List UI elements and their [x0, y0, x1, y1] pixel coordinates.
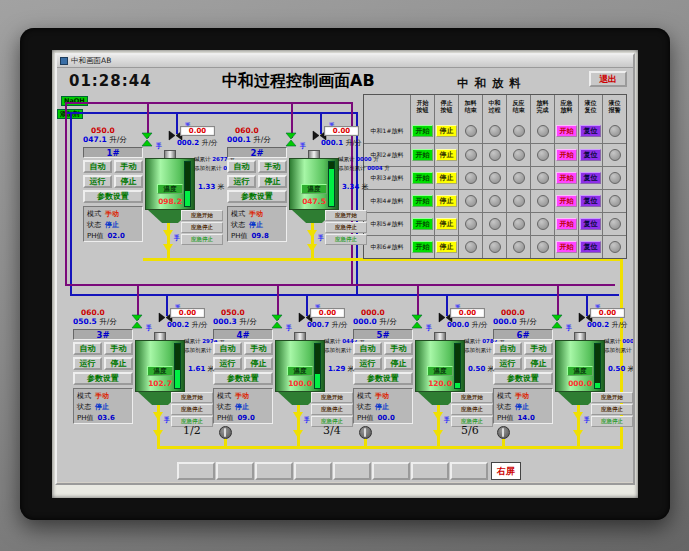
emergency-start-button[interactable]: 应急开始 [171, 392, 213, 403]
auto-button[interactable]: 自动 [493, 342, 522, 355]
run-button[interactable]: 运行 [227, 175, 256, 188]
run-button[interactable]: 运行 [213, 357, 242, 370]
alkali-flow-setpoint: 060.0 [81, 308, 105, 317]
stop-button[interactable]: 停止 [436, 172, 457, 184]
level-alarm-lamp [609, 218, 621, 230]
level-reset-button[interactable]: 复位 [580, 125, 601, 137]
open-valve-icon[interactable] [271, 314, 283, 329]
nav-button[interactable] [216, 462, 254, 480]
run-button[interactable]: 运行 [493, 357, 522, 370]
table-row: 中和5#放料 开始 停止 开始 复位 [364, 212, 626, 235]
parameter-settings-button[interactable]: 参数设置 [353, 372, 413, 385]
start-button[interactable]: 开始 [412, 241, 433, 253]
stop-button[interactable]: 停止 [436, 241, 457, 253]
emergency-stop-button[interactable]: 应急停止 [311, 404, 353, 415]
auto-button[interactable]: 自动 [227, 160, 256, 173]
parameter-settings-button[interactable]: 参数设置 [83, 190, 143, 203]
emergency-discharge-button[interactable]: 开始 [556, 195, 577, 207]
temperature-button[interactable]: 温度 [567, 366, 593, 376]
emergency-start-button[interactable]: 应急开始 [311, 392, 353, 403]
manual-button[interactable]: 手动 [524, 342, 553, 355]
manual-button[interactable]: 手动 [244, 342, 273, 355]
start-button[interactable]: 开始 [412, 125, 433, 137]
nav-button[interactable] [177, 462, 215, 480]
manual-button[interactable]: 手动 [258, 160, 287, 173]
table-row: 中和2#放料 开始 停止 开始 复位 [364, 143, 626, 166]
manual-button[interactable]: 手动 [104, 342, 133, 355]
mode-label: 模式 [87, 209, 101, 219]
auto-button[interactable]: 自动 [73, 342, 102, 355]
stop-button[interactable]: 停止 [104, 357, 133, 370]
stop-button[interactable]: 停止 [244, 357, 273, 370]
stop-button[interactable]: 停止 [384, 357, 413, 370]
stop-button[interactable]: 停止 [436, 149, 457, 161]
open-valve-icon[interactable] [131, 314, 143, 329]
open-valve-icon[interactable] [285, 132, 297, 147]
open-valve-icon[interactable] [551, 314, 563, 329]
open-valve-icon[interactable] [141, 132, 153, 147]
run-button[interactable]: 运行 [73, 357, 102, 370]
emergency-discharge-button[interactable]: 开始 [556, 218, 577, 230]
nav-button[interactable] [450, 462, 488, 480]
emergency-start-button[interactable]: 应急开始 [181, 210, 223, 221]
auto-button[interactable]: 自动 [83, 160, 112, 173]
flow-unit-label: 升/分 [239, 317, 257, 326]
emergency-stop-button[interactable]: 应急停止 [325, 222, 367, 233]
stop-button[interactable]: 停止 [436, 125, 457, 137]
level-reset-button[interactable]: 复位 [580, 241, 601, 253]
nav-button[interactable] [255, 462, 293, 480]
level-reset-button[interactable]: 复位 [580, 172, 601, 184]
temperature-button[interactable]: 温度 [287, 366, 313, 376]
run-button[interactable]: 运行 [83, 175, 112, 188]
level-reset-button[interactable]: 复位 [580, 195, 601, 207]
start-button[interactable]: 开始 [412, 218, 433, 230]
open-valve-icon[interactable] [411, 314, 423, 329]
emergency-discharge-button[interactable]: 开始 [556, 172, 577, 184]
parameter-settings-button[interactable]: 参数设置 [493, 372, 553, 385]
alkali-total-readout: 碱累计 0000 升 [604, 338, 633, 345]
temperature-button[interactable]: 温度 [157, 184, 183, 194]
emergency-start-button[interactable]: 应急开始 [591, 392, 633, 403]
stop-button[interactable]: 停止 [114, 175, 143, 188]
level-reset-button[interactable]: 复位 [580, 149, 601, 161]
stop-button[interactable]: 停止 [524, 357, 553, 370]
manual-button[interactable]: 手动 [114, 160, 143, 173]
emergency-discharge-button[interactable]: 开始 [556, 241, 577, 253]
emergency-start-button[interactable]: 应急开始 [325, 210, 367, 221]
nav-button[interactable] [411, 462, 449, 480]
start-button[interactable]: 开始 [412, 172, 433, 184]
stop-button[interactable]: 停止 [258, 175, 287, 188]
nav-button[interactable] [333, 462, 371, 480]
level-reset-button[interactable]: 复位 [580, 218, 601, 230]
pump-impeller-mark [364, 428, 366, 437]
emergency-start-button[interactable]: 应急开始 [451, 392, 493, 403]
parameter-settings-button[interactable]: 参数设置 [213, 372, 273, 385]
run-button[interactable]: 运行 [353, 357, 382, 370]
emergency-discharge-button[interactable]: 开始 [556, 125, 577, 137]
parameter-settings-button[interactable]: 参数设置 [227, 190, 287, 203]
temperature-button[interactable]: 温度 [427, 366, 453, 376]
start-button[interactable]: 开始 [412, 195, 433, 207]
column-header: 加料 结束 [458, 95, 482, 119]
stop-button[interactable]: 停止 [436, 218, 457, 230]
temperature-button[interactable]: 温度 [147, 366, 173, 376]
temperature-button[interactable]: 温度 [301, 184, 327, 194]
nav-button[interactable] [294, 462, 332, 480]
neutralizing-lamp [489, 172, 501, 184]
manual-button[interactable]: 手动 [384, 342, 413, 355]
emergency-stop-button[interactable]: 应急停止 [591, 404, 633, 415]
exit-button[interactable]: 退出 [589, 71, 627, 87]
start-button[interactable]: 开始 [412, 149, 433, 161]
stop-button[interactable]: 停止 [436, 195, 457, 207]
emergency-stop-button[interactable]: 应急停止 [451, 404, 493, 415]
right-screen-button[interactable]: 右屏 [491, 462, 521, 480]
auto-button[interactable]: 自动 [353, 342, 382, 355]
emergency-stop-button[interactable]: 应急停止 [171, 404, 213, 415]
ph-label: PH值 [497, 413, 514, 423]
parameter-settings-button[interactable]: 参数设置 [73, 372, 133, 385]
manual-mark: 手 [164, 416, 170, 425]
nav-button[interactable] [372, 462, 410, 480]
auto-button[interactable]: 自动 [213, 342, 242, 355]
emergency-stop-button[interactable]: 应急停止 [181, 222, 223, 233]
emergency-discharge-button[interactable]: 开始 [556, 149, 577, 161]
